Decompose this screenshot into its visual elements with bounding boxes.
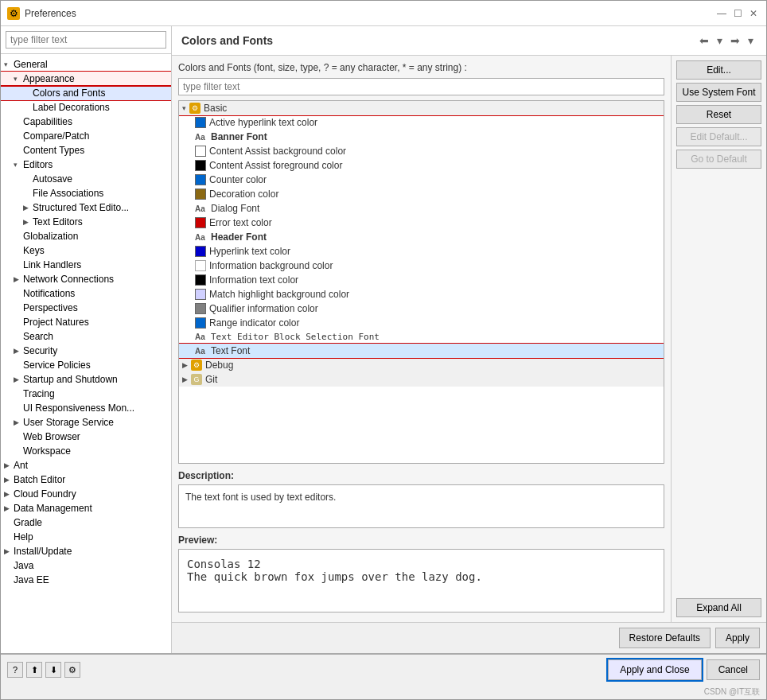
color-item-content-assist-fg[interactable]: Content Assist foreground color: [179, 158, 664, 173]
color-item-qualifier[interactable]: Qualifier information color: [179, 301, 664, 316]
font-item-banner[interactable]: Aa Banner Font: [179, 130, 664, 144]
sidebar-item-java-ee[interactable]: Java EE: [1, 573, 171, 587]
sidebar-item-java[interactable]: Java: [1, 558, 171, 573]
header-font-label: Header Font: [211, 231, 267, 243]
sidebar-label-java-ee: Java EE: [14, 574, 49, 585]
maximize-button[interactable]: ☐: [731, 7, 744, 20]
sidebar-item-label-decorations[interactable]: Label Decorations: [1, 100, 171, 115]
nav-dropdown[interactable]: ▾: [714, 33, 726, 49]
color-item-active-hyperlink[interactable]: Active hyperlink text color: [179, 115, 664, 130]
import-icon[interactable]: ⬇: [45, 662, 61, 678]
sidebar-item-help[interactable]: Help: [1, 530, 171, 544]
nc-arrow: ▶: [14, 275, 21, 283]
description-text: The text font is used by text editors.: [185, 492, 336, 503]
sidebar-label-file-associations: File Associations: [33, 188, 103, 199]
go-to-default-button[interactable]: Go to Default: [676, 150, 761, 169]
info-bg-swatch: [195, 260, 206, 271]
sidebar-item-file-associations[interactable]: File Associations: [1, 186, 171, 200]
minimize-button[interactable]: —: [715, 7, 728, 20]
footer-left-icons: ? ⬆ ⬇ ⚙: [7, 662, 80, 678]
apply-button[interactable]: Apply: [715, 628, 760, 648]
sidebar-item-content-types[interactable]: Content Types: [1, 143, 171, 158]
sidebar-item-tracing[interactable]: Tracing: [1, 387, 171, 401]
sidebar-item-data-management[interactable]: ▶ Data Management: [1, 501, 171, 515]
window-title: Preferences: [25, 8, 76, 19]
color-item-range-indicator[interactable]: Range indicator color: [179, 316, 664, 330]
sidebar-label-workspace: Workspace: [23, 445, 71, 457]
font-item-text-font[interactable]: Aa Text Font: [179, 344, 664, 358]
edit-button[interactable]: Edit...: [676, 60, 761, 80]
color-item-error-text[interactable]: Error text color: [179, 216, 664, 230]
cancel-button[interactable]: Cancel: [707, 659, 760, 680]
iu-arrow: ▶: [4, 547, 12, 555]
sidebar-item-colors-fonts[interactable]: Colors and Fonts: [1, 86, 171, 100]
sidebar-item-keys[interactable]: Keys: [1, 243, 171, 258]
edit-default-button[interactable]: Edit Default...: [676, 127, 761, 146]
sidebar-item-user-storage[interactable]: ▶ User Storage Service: [1, 415, 171, 430]
sidebar-item-general[interactable]: ▾ General: [1, 57, 171, 72]
sidebar-item-link-handlers[interactable]: Link Handlers: [1, 258, 171, 272]
sidebar-item-appearance[interactable]: ▾ Appearance: [1, 72, 171, 86]
nav-dropdown2[interactable]: ▾: [745, 33, 757, 49]
font-item-text-editor-block[interactable]: Aa Text Editor Block Selection Font: [179, 330, 664, 344]
export-icon[interactable]: ⬆: [26, 662, 42, 678]
sidebar-item-text-editors[interactable]: ▶ Text Editors: [1, 215, 171, 229]
sidebar-item-globalization[interactable]: Globalization: [1, 229, 171, 243]
apply-close-button[interactable]: Apply and Close: [608, 659, 701, 680]
sidebar-item-compare-patch[interactable]: Compare/Patch: [1, 129, 171, 143]
color-item-content-assist-bg[interactable]: Content Assist background color: [179, 144, 664, 158]
sidebar-item-cloud-foundry[interactable]: ▶ Cloud Foundry: [1, 487, 171, 501]
sidebar-item-gradle[interactable]: Gradle: [1, 515, 171, 530]
sidebar-item-security[interactable]: ▶ Security: [1, 344, 171, 358]
use-system-font-button[interactable]: Use System Font: [676, 83, 761, 102]
sidebar-item-ant[interactable]: ▶ Ant: [1, 458, 171, 472]
sidebar-item-startup-shutdown[interactable]: ▶ Startup and Shutdown: [1, 372, 171, 387]
color-item-match-highlight[interactable]: Match highlight background color: [179, 287, 664, 301]
back-button[interactable]: ⬅: [696, 33, 712, 49]
category-git[interactable]: ▶ G Git: [179, 372, 664, 387]
settings-icon[interactable]: ⚙: [64, 662, 80, 678]
forward-button[interactable]: ➡: [727, 33, 743, 49]
sidebar-item-ui-responsiveness[interactable]: UI Responsiveness Mon...: [1, 401, 171, 415]
sidebar-filter-input[interactable]: [6, 31, 166, 49]
help-icon[interactable]: ?: [7, 662, 23, 678]
sidebar-item-network-connections[interactable]: ▶ Network Connections: [1, 272, 171, 286]
restore-defaults-button[interactable]: Restore Defaults: [619, 628, 711, 648]
sidebar-label-cloud-foundry: Cloud Foundry: [14, 488, 76, 500]
sidebar-item-autosave[interactable]: Autosave: [1, 172, 171, 186]
sidebar-item-service-policies[interactable]: Service Policies: [1, 358, 171, 372]
sidebar-item-editors[interactable]: ▾ Editors: [1, 158, 171, 172]
preferences-window: ⚙ Preferences — ☐ ✕ ▾ General ▾: [0, 0, 767, 700]
qualifier-label: Qualifier information color: [209, 303, 318, 314]
font-item-dialog[interactable]: Aa Dialog Font: [179, 201, 664, 216]
font-item-header[interactable]: Aa Header Font: [179, 230, 664, 244]
sidebar-item-workspace[interactable]: Workspace: [1, 444, 171, 458]
sidebar-item-structured-text[interactable]: ▶ Structured Text Edito...: [1, 200, 171, 215]
sidebar-label-label-decorations: Label Decorations: [33, 102, 110, 113]
cap-arrow: [14, 118, 21, 126]
close-button[interactable]: ✕: [747, 7, 760, 20]
sidebar-item-project-natures[interactable]: Project Natures: [1, 315, 171, 329]
color-item-decoration[interactable]: Decoration color: [179, 187, 664, 201]
category-debug[interactable]: ▶ ⚙ Debug: [179, 358, 664, 372]
sidebar-item-search[interactable]: Search: [1, 329, 171, 344]
dm-arrow: ▶: [4, 504, 12, 512]
sidebar-item-perspectives[interactable]: Perspectives: [1, 301, 171, 315]
color-item-counter[interactable]: Counter color: [179, 173, 664, 187]
sidebar-item-install-update[interactable]: ▶ Install/Update: [1, 544, 171, 558]
sidebar-label-appearance: Appearance: [23, 73, 75, 84]
header-font-indicator: Aa: [195, 233, 208, 242]
category-basic[interactable]: ▾ ⚙ Basic: [179, 101, 664, 115]
color-item-info-text[interactable]: Information text color: [179, 273, 664, 287]
expand-all-button[interactable]: Expand All: [676, 598, 761, 617]
sidebar-item-batch-editor[interactable]: ▶ Batch Editor: [1, 472, 171, 487]
sidebar-item-notifications[interactable]: Notifications: [1, 286, 171, 301]
banner-font-label: Banner Font: [211, 131, 267, 142]
reset-button[interactable]: Reset: [676, 105, 761, 124]
tf-font-indicator: Aa: [195, 347, 208, 356]
sidebar-item-capabilities[interactable]: Capabilities: [1, 115, 171, 129]
content-filter-input[interactable]: [178, 78, 664, 95]
sidebar-item-web-browser[interactable]: Web Browser: [1, 430, 171, 444]
color-item-info-bg[interactable]: Information background color: [179, 259, 664, 273]
color-item-hyperlink[interactable]: Hyperlink text color: [179, 244, 664, 259]
